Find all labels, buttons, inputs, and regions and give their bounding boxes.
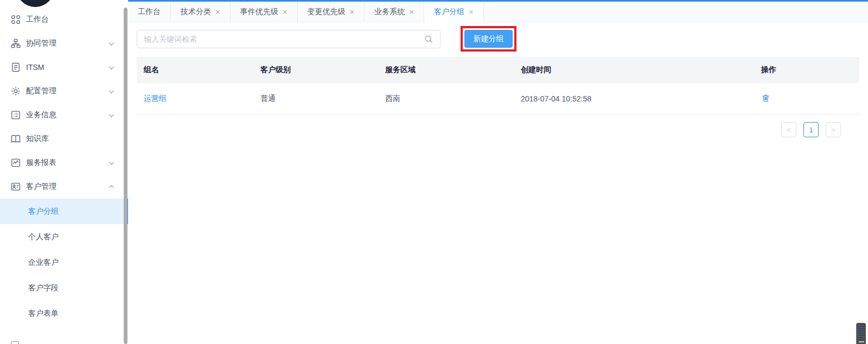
- sidebar-item-label: 工作台: [26, 15, 110, 24]
- sidebar-item-label: 客户管理: [26, 182, 110, 192]
- service-region-value: 西南: [378, 94, 514, 104]
- tab-workbench[interactable]: 工作台: [128, 2, 171, 22]
- business-info-icon: [10, 110, 21, 120]
- sidebar-subitem-customer-forms[interactable]: 客户表单: [0, 301, 128, 326]
- chevron-down-icon: [109, 64, 114, 69]
- tab-incident-priority[interactable]: 事件优先级 ×: [231, 2, 298, 22]
- created-at-value: 2018-07-04 10:52:58: [514, 94, 754, 103]
- close-icon[interactable]: ×: [283, 8, 288, 16]
- table-row: 运营组 普通 西南 2018-07-04 10:52:58: [137, 83, 859, 114]
- header-service-region: 服务区域: [378, 65, 514, 75]
- toolbar: 新建分组: [137, 30, 859, 52]
- tab-bar: 工作台 技术分类 × 事件优先级 × 变更优先级 × 业务系统 × 客户分组 ×: [128, 2, 868, 22]
- pagination-prev-button[interactable]: <: [781, 122, 796, 137]
- customer-icon: [10, 181, 21, 192]
- report-icon: [10, 157, 21, 168]
- tab-label: 技术分类: [181, 7, 211, 17]
- sidebar-scrollbar[interactable]: [124, 8, 127, 344]
- book-icon: [10, 133, 21, 144]
- clipped-menu-icon: [11, 341, 19, 344]
- sidebar-item-label: 配置管理: [26, 86, 110, 96]
- close-icon[interactable]: ×: [350, 8, 355, 16]
- search-box: [137, 30, 441, 48]
- sidebar-item-label: 协同管理: [26, 39, 110, 48]
- tab-bar-spacer: [484, 2, 868, 22]
- pagination-next-button[interactable]: >: [826, 122, 841, 137]
- header-group-name: 组名: [137, 65, 253, 75]
- tab-label: 工作台: [138, 7, 161, 17]
- pagination: < 1 >: [137, 122, 841, 137]
- tab-label: 事件优先级: [240, 7, 278, 17]
- content-area: 新建分组 组名 客户级别 服务区域 创建时间 操作 运营组 普通 西南 2018…: [128, 22, 868, 137]
- sidebar-item-label: 业务信息: [26, 110, 110, 120]
- tab-business-system[interactable]: 业务系统 ×: [365, 2, 424, 22]
- sidebar-subitem-label: 企业客户: [28, 258, 126, 267]
- sidebar-subitem-customer-groups[interactable]: 客户分组: [0, 199, 128, 224]
- sidebar-item-label: ITSM: [26, 63, 110, 72]
- sidebar-item-label: 服务报表: [26, 158, 110, 168]
- tab-change-priority[interactable]: 变更优先级 ×: [298, 2, 365, 22]
- sidebar-subitem-customer-fields[interactable]: 客户字段: [0, 275, 128, 301]
- gear-icon: [10, 86, 21, 97]
- sidebar: 工作台 协同管理 ITSM: [0, 0, 128, 344]
- tab-customer-groups[interactable]: 客户分组 ×: [424, 2, 484, 22]
- chevron-down-icon: [109, 88, 114, 93]
- header-customer-level: 客户级别: [253, 65, 378, 75]
- sidebar-subitem-label: 客户表单: [28, 309, 126, 318]
- annotation-highlight-box: 新建分组: [461, 26, 516, 52]
- tab-tech-category[interactable]: 技术分类 ×: [171, 2, 231, 22]
- sidebar-subitem-label: 客户字段: [28, 283, 126, 293]
- workbench-icon: [10, 14, 21, 25]
- customer-groups-table: 组名 客户级别 服务区域 创建时间 操作 运营组 普通 西南 2018-07-0…: [137, 57, 859, 114]
- sidebar-item-collaboration[interactable]: 协同管理: [0, 31, 128, 55]
- group-name-link[interactable]: 运营组: [144, 94, 167, 103]
- collaboration-icon: [10, 38, 21, 49]
- chevron-down-icon: [109, 112, 114, 117]
- sidebar-item-knowledge-base[interactable]: 知识库: [0, 127, 128, 151]
- sidebar-item-workbench[interactable]: 工作台: [0, 8, 128, 31]
- sidebar-item-itsm[interactable]: ITSM: [0, 55, 128, 79]
- sidebar-item-label: 知识库: [26, 134, 110, 144]
- sidebar-item-config[interactable]: 配置管理: [0, 79, 128, 103]
- close-icon[interactable]: ×: [409, 8, 414, 16]
- new-group-button[interactable]: 新建分组: [464, 30, 513, 48]
- chevron-up-icon: [109, 184, 114, 190]
- itsm-doc-icon: [10, 62, 21, 73]
- sidebar-subitem-individual-customers[interactable]: 个人客户: [0, 224, 128, 250]
- header-actions: 操作: [754, 65, 859, 75]
- customer-management-submenu: 客户分组 个人客户 企业客户 客户字段 客户表单: [0, 199, 128, 326]
- sidebar-menu: 工作台 协同管理 ITSM: [0, 8, 128, 326]
- tab-label: 变更优先级: [308, 7, 346, 17]
- pagination-page-1[interactable]: 1: [803, 122, 819, 137]
- chevron-down-icon: [109, 40, 114, 46]
- header-created-at: 创建时间: [514, 65, 754, 75]
- tab-label: 业务系统: [374, 7, 405, 17]
- main-area: 工作台 技术分类 × 事件优先级 × 变更优先级 × 业务系统 × 客户分组 ×: [128, 0, 868, 344]
- sidebar-subitem-label: 客户分组: [28, 207, 126, 216]
- sidebar-subitem-enterprise-customers[interactable]: 企业客户: [0, 250, 128, 275]
- close-icon[interactable]: ×: [469, 8, 474, 16]
- chevron-down-icon: [109, 160, 114, 165]
- trash-icon[interactable]: [761, 93, 770, 103]
- app-logo: [16, 0, 54, 7]
- corner-scrollbar-widget[interactable]: [856, 323, 866, 344]
- sidebar-item-customer-management[interactable]: 客户管理: [0, 175, 128, 199]
- sidebar-item-business-info[interactable]: 业务信息: [0, 103, 128, 127]
- search-icon[interactable]: [424, 34, 433, 44]
- sidebar-item-service-reports[interactable]: 服务报表: [0, 151, 128, 175]
- customer-level-value: 普通: [253, 94, 378, 104]
- search-input[interactable]: [144, 35, 424, 43]
- table-header-row: 组名 客户级别 服务区域 创建时间 操作: [137, 57, 859, 83]
- sidebar-subitem-label: 个人客户: [28, 232, 126, 242]
- tab-label: 客户分组: [434, 7, 464, 17]
- close-icon[interactable]: ×: [215, 8, 220, 16]
- corner-widget-green-indicator: [859, 341, 864, 342]
